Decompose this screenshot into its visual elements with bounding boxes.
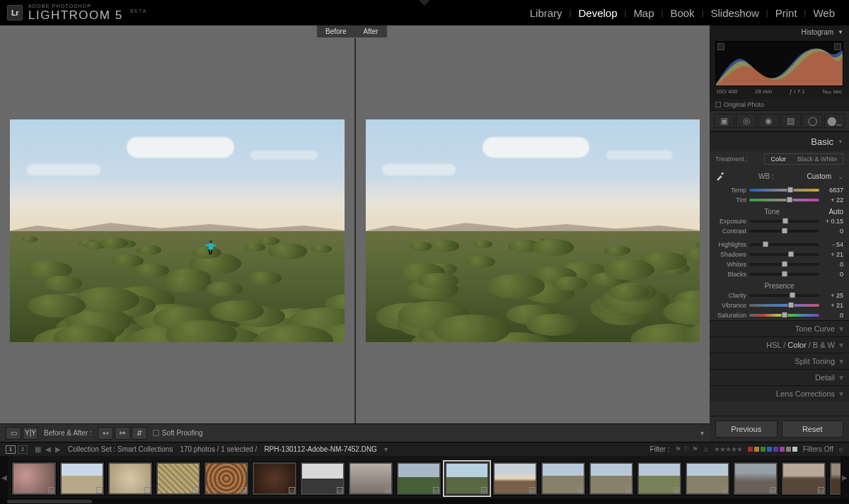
exposure-slider[interactable]: Exposure+ 0.15 <box>710 216 849 226</box>
crop-tool[interactable]: ▣ <box>714 114 734 128</box>
grid-icon[interactable]: ▦ <box>35 445 41 453</box>
shadow-clipping-indicator[interactable] <box>717 43 724 50</box>
module-map[interactable]: Map <box>626 7 661 19</box>
saturation-slider[interactable]: Saturation0 <box>710 310 849 320</box>
collapse-right-panel-caret[interactable] <box>843 252 849 264</box>
filter-lock-icon[interactable]: ⎋ <box>839 445 843 453</box>
display-2-button[interactable]: 2 <box>18 445 28 454</box>
shadows-slider[interactable]: Shadows+ 21 <box>710 250 849 259</box>
display-1-button[interactable]: 1 <box>6 445 16 454</box>
module-slideshow[interactable]: Slideshow <box>703 7 766 19</box>
collection-label[interactable]: Collection Set : Smart Collections <box>68 445 173 453</box>
color-label-swatch[interactable] <box>780 447 785 452</box>
nav-forward-icon[interactable]: ▶ <box>55 445 61 453</box>
module-develop[interactable]: Develop <box>571 7 624 19</box>
wb-dropper-icon[interactable] <box>715 171 725 181</box>
filmstrip-thumb[interactable]: ⊡ <box>541 462 586 496</box>
filmstrip-thumb[interactable]: •••••⊡ <box>396 462 441 496</box>
after-photo[interactable] <box>366 119 700 342</box>
compare-view-button[interactable]: Y|Y <box>23 427 38 440</box>
filmstrip-thumb[interactable]: •••⊡ <box>444 462 490 496</box>
filters-off-label[interactable]: Filters Off <box>803 445 833 453</box>
filmstrip-thumb[interactable]: •••••⊡ <box>252 462 297 496</box>
filmstrip-thumb[interactable]: ⊡ <box>781 462 826 496</box>
filmstrip-right-caret[interactable]: ▶ <box>841 456 849 498</box>
treatment-blackwhite[interactable]: Black & White <box>792 154 843 164</box>
filmstrip-thumb[interactable]: •••••⊡ <box>59 462 105 496</box>
filmstrip-thumb[interactable]: ⊡ <box>637 462 682 496</box>
flag-picked-icon[interactable]: ⚑ <box>675 445 681 453</box>
filename-caret[interactable]: ▾ <box>384 445 388 453</box>
color-label-swatch[interactable] <box>767 447 772 452</box>
color-label-swatch[interactable] <box>761 447 766 452</box>
highlight-clipping-indicator[interactable] <box>834 43 841 50</box>
filmstrip-thumb[interactable]: •••••⊡ <box>156 462 201 496</box>
module-print[interactable]: Print <box>768 7 804 19</box>
contrast-slider[interactable]: Contrast0 <box>710 226 849 236</box>
filmstrip-thumb[interactable]: ⊡ <box>11 462 57 496</box>
swap-before-after-button[interactable]: ↤ <box>98 427 113 440</box>
reset-button[interactable]: Reset <box>782 421 844 438</box>
split-toning-header[interactable]: Split Toning▶ <box>710 353 849 369</box>
filename[interactable]: RPH-130112-Adobe-NM-7452.DNG <box>264 445 377 453</box>
filmstrip-thumb[interactable]: ⊡ <box>685 462 730 496</box>
original-photo-checkbox[interactable] <box>715 102 721 107</box>
flag-rejected-icon[interactable]: ⚑ <box>692 445 698 453</box>
copy-after-to-before-button[interactable]: ⇵ <box>132 427 147 440</box>
filmstrip-left-caret[interactable]: ◀ <box>0 456 8 498</box>
flag-unflagged-icon[interactable]: ⚐ <box>683 445 690 453</box>
tint-slider[interactable]: Tint+ 22 <box>710 195 849 205</box>
color-label-swatch[interactable] <box>748 447 753 452</box>
toolbar-options-caret[interactable]: ▾ <box>700 429 704 437</box>
filmstrip-thumb[interactable]: ⊡ <box>589 462 634 496</box>
collapse-top-caret[interactable] <box>419 0 430 6</box>
module-book[interactable]: Book <box>663 7 701 19</box>
brush-tool[interactable]: ⬤⎯ <box>824 114 845 128</box>
loupe-view-button[interactable]: ▭ <box>6 427 21 440</box>
filmstrip-scrollbar[interactable] <box>0 498 849 504</box>
basic-panel-header[interactable]: Basic▼ <box>710 131 849 151</box>
hsl-header[interactable]: HSL / Color / B & W▶ <box>710 336 849 353</box>
filmstrip-thumb[interactable]: •••••⊡ <box>108 462 153 496</box>
filmstrip-thumb[interactable]: ⊡ <box>492 462 538 496</box>
soft-proofing-checkbox[interactable] <box>153 430 159 436</box>
lens-corrections-header[interactable]: Lens Corrections▶ <box>710 385 849 402</box>
treatment-color[interactable]: Color <box>765 154 792 164</box>
filmstrip-thumb[interactable]: •••••⊡ <box>300 462 345 496</box>
color-label-swatch[interactable] <box>792 447 797 452</box>
module-picker: Library|Develop|Map|Book|Slideshow|Print… <box>523 7 842 19</box>
treatment-row: Treatment : ColorBlack & White <box>710 151 849 167</box>
copy-settings-button[interactable]: ↦ <box>115 427 130 440</box>
highlights-slider[interactable]: Highlights- 54 <box>710 240 849 250</box>
filmstrip-thumb[interactable]: ⊡ <box>829 462 841 496</box>
grad-filter-tool[interactable]: ▤ <box>780 114 801 128</box>
blacks-slider[interactable]: Blacks0 <box>710 269 849 279</box>
whites-slider[interactable]: Whites0 <box>710 259 849 269</box>
vibrance-slider[interactable]: Vibrance+ 21 <box>710 300 849 310</box>
previous-button[interactable]: Previous <box>715 421 778 438</box>
nav-back-icon[interactable]: ◀ <box>45 445 51 453</box>
tone-curve-header[interactable]: Tone Curve▶ <box>710 320 849 336</box>
tone-auto-button[interactable]: Auto <box>828 208 843 216</box>
rating-filter[interactable]: ★★★★★ <box>714 445 742 453</box>
module-web[interactable]: Web <box>806 7 842 19</box>
wb-preset-select[interactable]: Custom <box>807 172 831 180</box>
histogram[interactable] <box>715 41 843 86</box>
color-label-swatch[interactable] <box>773 447 778 452</box>
color-label-swatch[interactable] <box>754 447 759 452</box>
before-photo[interactable] <box>10 119 345 342</box>
filmstrip-thumb[interactable]: ⊡ <box>733 462 778 496</box>
redeye-tool[interactable]: ◉ <box>758 114 778 128</box>
filmstrip-thumb[interactable]: •••••⊡ <box>204 462 249 496</box>
module-library[interactable]: Library <box>523 7 570 19</box>
filmstrip-thumb[interactable]: •••••⊡ <box>348 462 393 496</box>
color-label-swatch[interactable] <box>786 447 791 452</box>
temp-slider[interactable]: Temp6837 <box>710 185 849 195</box>
wb-preset-caret[interactable]: ⌄ <box>838 172 843 180</box>
original-photo-row[interactable]: Original Photo <box>710 99 849 110</box>
histogram-header[interactable]: Histogram▼ <box>710 25 849 38</box>
radial-filter-tool[interactable]: ◯ <box>802 114 823 128</box>
detail-header[interactable]: Detail▶ <box>710 369 849 385</box>
clarity-slider[interactable]: Clarity+ 25 <box>710 291 849 300</box>
spot-tool[interactable]: ◎ <box>736 114 756 128</box>
